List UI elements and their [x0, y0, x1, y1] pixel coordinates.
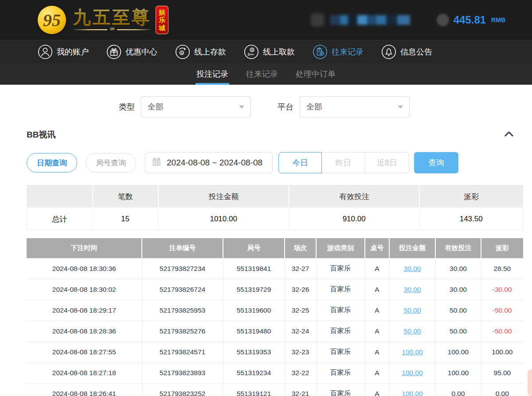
bet-records-table: 下注时间 注单编号 局号 场次 游戏类别 桌号 投注金额 有效投注 派彩 202…: [27, 238, 523, 396]
col-valid-bet: 有效投注: [435, 238, 481, 258]
cell-order-id: 521793825276: [142, 321, 223, 341]
cell-valid-bet: 50.00: [435, 300, 481, 321]
col-bet-amount: 投注金额: [389, 238, 435, 258]
query-controls: 日期查询 局号查询 2024-08-08 ~ 2024-08-08 今日 昨日 …: [27, 152, 523, 173]
search-button[interactable]: 查询: [414, 152, 458, 173]
cell-session: 32-25: [285, 300, 316, 321]
cell-bet-time: 2024-08-08 18:26:41: [27, 383, 142, 396]
table-row: 2024-08-08 18:26:41 521793823252 5513191…: [27, 383, 523, 396]
cell-session: 32-23: [285, 341, 316, 362]
col-game-type: 游戏类别: [316, 238, 365, 258]
bell-icon: [381, 44, 396, 59]
nav-item-transaction-records[interactable]: 往来记录: [313, 44, 364, 59]
cell-game-type: 百家乐: [316, 362, 365, 383]
cell-order-id: 521793823893: [142, 362, 223, 383]
cell-game-type: 百家乐: [316, 258, 365, 279]
date-query-button[interactable]: 日期查询: [27, 153, 77, 173]
cell-game-type: 百家乐: [316, 321, 365, 341]
user-area: 445.81 RMB: [311, 13, 505, 27]
tab-transaction-records[interactable]: 往来记录: [246, 69, 278, 85]
collapse-chevron-up-icon[interactable]: [504, 130, 514, 139]
cell-table-no: A: [365, 258, 389, 279]
bet-amount-link[interactable]: 100.00: [402, 390, 422, 396]
table-row: 2024-08-08 18:30:36 521793827234 5513198…: [27, 258, 523, 279]
quick-date-group: 今日 昨日 近8日: [278, 152, 409, 173]
summary-header-blank: [27, 185, 92, 208]
balance-currency: RMB: [491, 16, 505, 24]
cell-order-id: 521793824571: [142, 341, 223, 362]
date-range-value: 2024-08-08 ~ 2024-08-08: [167, 158, 262, 168]
quick-yesterday-button[interactable]: 昨日: [322, 153, 365, 173]
cell-bet-time: 2024-08-08 18:29:17: [27, 300, 142, 321]
summary-header-payout: 派彩: [419, 185, 523, 208]
platform-select[interactable]: 全部: [300, 96, 410, 118]
sub-nav: 投注记录 往来记录 处理中订单: [0, 63, 532, 85]
cell-valid-bet: 0.00: [435, 383, 481, 396]
withdraw-icon: $: [244, 44, 259, 59]
summary-bet-amount-value: 1010.00: [158, 208, 288, 230]
section-title: BB视讯: [27, 129, 55, 141]
tab-processing-orders[interactable]: 处理中订单: [296, 69, 336, 85]
nav-item-withdraw[interactable]: $ 线上取款: [244, 44, 295, 59]
gift-icon: [106, 44, 121, 59]
type-select[interactable]: 全部: [141, 96, 251, 118]
cell-bet-amount: 30.00: [389, 279, 435, 300]
cell-bet-amount: 50.00: [389, 321, 435, 341]
tab-bet-records[interactable]: 投注记录: [196, 69, 228, 85]
cell-session: 32-22: [285, 362, 316, 383]
summary-count-value: 15: [92, 208, 158, 230]
col-table-no: 桌号: [365, 238, 389, 258]
date-range-input[interactable]: 2024-08-08 ~ 2024-08-08: [145, 152, 273, 173]
summary-header-bet-amount: 投注金额: [158, 185, 288, 208]
cell-bet-time: 2024-08-08 18:30:02: [27, 279, 142, 300]
balance[interactable]: 445.81 RMB: [437, 14, 505, 26]
bet-amount-link[interactable]: 30.00: [404, 265, 421, 272]
floating-widget-partial[interactable]: [528, 369, 532, 396]
cell-game-type: 百家乐: [316, 383, 365, 396]
cell-bet-amount: 50.00: [389, 300, 435, 321]
nav-item-announcements[interactable]: 信息公告: [381, 44, 432, 59]
summary-header-valid-bet: 有效投注: [289, 185, 419, 208]
quick-last8days-button[interactable]: 近8日: [365, 153, 409, 173]
bet-amount-link[interactable]: 100.00: [402, 369, 422, 376]
cell-round-id: 551319234: [223, 362, 285, 383]
cell-round-id: 551319353: [223, 341, 285, 362]
cell-payout: 0.00: [481, 383, 523, 396]
chevron-down-icon: [239, 106, 244, 109]
bet-amount-link[interactable]: 30.00: [404, 286, 421, 293]
summary-total-label: 总计: [27, 208, 92, 230]
brand-badge: 娱 乐 城: [156, 6, 168, 34]
nav-item-my-account[interactable]: 我的账户: [38, 44, 89, 59]
cell-round-id: 551319600: [223, 300, 285, 321]
cell-game-type: 百家乐: [316, 300, 365, 321]
bet-amount-link[interactable]: 50.00: [404, 306, 421, 314]
cell-payout: -30.00: [481, 279, 523, 300]
brand-logo[interactable]: 95 九五至尊 娱 乐 城: [38, 6, 168, 34]
bet-table-header-row: 下注时间 注单编号 局号 场次 游戏类别 桌号 投注金额 有效投注 派彩: [27, 238, 523, 258]
nav-item-deposit[interactable]: ¥ 线上存款: [175, 44, 226, 59]
cell-bet-amount: 100.00: [389, 362, 435, 383]
round-query-button[interactable]: 局号查询: [86, 153, 136, 173]
cell-table-no: A: [365, 362, 389, 383]
quick-today-button[interactable]: 今日: [278, 152, 322, 173]
summary-payout-value: 143.50: [419, 208, 523, 230]
cell-game-type: 百家乐: [316, 279, 365, 300]
col-payout: 派彩: [481, 238, 523, 258]
cell-bet-amount: 100.00: [389, 341, 435, 362]
user-avatar-blurred[interactable]: [311, 13, 324, 27]
brand-flourish-decoration: [72, 27, 152, 32]
col-round-id: 局号: [223, 238, 285, 258]
chevron-down-icon: [398, 106, 403, 109]
wallet-icon-blurred: [437, 14, 449, 26]
cell-table-no: A: [365, 279, 389, 300]
nav-item-promotions[interactable]: 优惠中心: [106, 44, 157, 59]
main-nav: 我的账户 优惠中心 ¥ 线上存款 $ 线上取款: [0, 40, 532, 63]
cell-order-id: 521793826724: [142, 279, 223, 300]
cell-round-id: 551319841: [223, 258, 285, 279]
bet-amount-link[interactable]: 50.00: [404, 327, 421, 335]
cell-valid-bet: 50.00: [435, 321, 481, 341]
table-row: 2024-08-08 18:27:18 521793823893 5513192…: [27, 362, 523, 383]
bet-amount-link[interactable]: 100.00: [402, 348, 422, 356]
cell-table-no: A: [365, 300, 389, 321]
cell-payout: 95.00: [481, 362, 523, 383]
